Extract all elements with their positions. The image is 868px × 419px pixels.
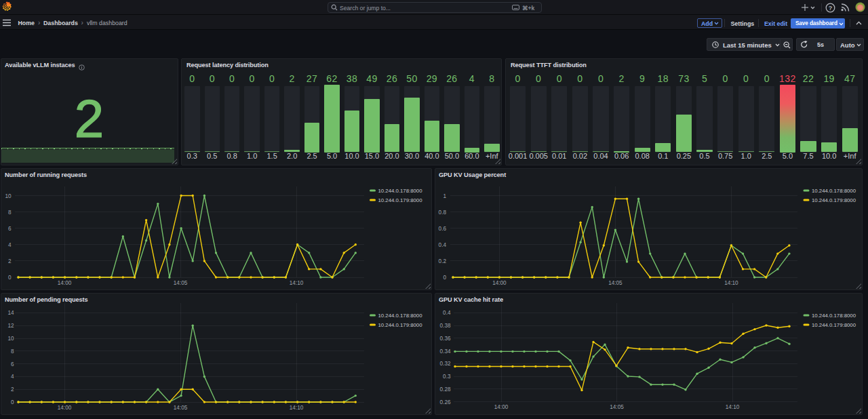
- svg-text:?: ?: [829, 4, 833, 11]
